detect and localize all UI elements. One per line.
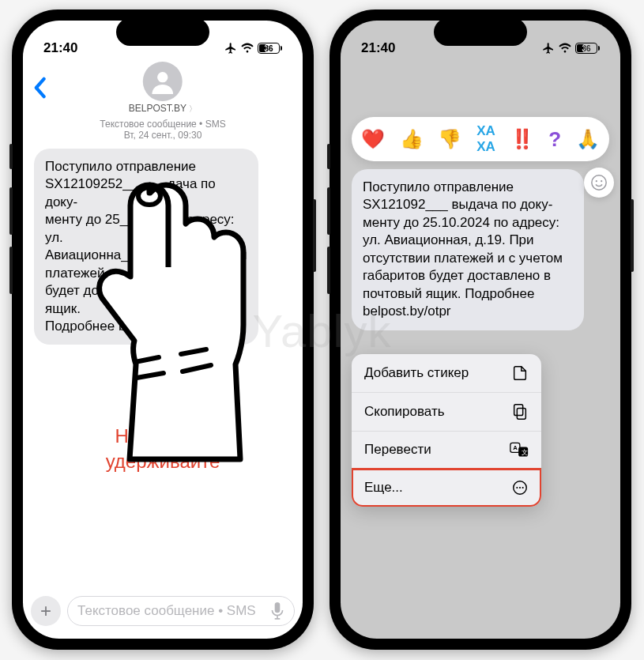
- menu-copy[interactable]: Скопировать: [352, 393, 541, 432]
- svg-point-9: [601, 180, 602, 182]
- input-placeholder: Текстовое сообщение • SMS: [77, 603, 256, 619]
- contact-name[interactable]: BELPOST.BY 〉: [129, 103, 198, 115]
- react-pray[interactable]: 🙏: [576, 128, 600, 150]
- person-icon: [150, 69, 175, 94]
- battery-icon: 36: [258, 43, 282, 54]
- svg-point-8: [596, 180, 597, 182]
- airplane-icon: [224, 42, 237, 55]
- translate-icon: A文: [510, 442, 529, 458]
- svg-point-7: [592, 175, 606, 190]
- airplane-icon: [542, 42, 555, 55]
- dynamic-island: [116, 18, 209, 46]
- attach-button[interactable]: +: [31, 596, 61, 626]
- mic-icon[interactable]: [270, 602, 284, 620]
- dynamic-island: [434, 18, 527, 46]
- svg-point-18: [519, 486, 521, 488]
- add-emoji-button[interactable]: [584, 168, 614, 198]
- phone-right: 21:40 36 ❤️ 👍 👎 XAXA ‼️ ? 🙏 Поступило от…: [330, 9, 631, 650]
- svg-point-19: [522, 486, 524, 488]
- react-question[interactable]: ?: [548, 127, 561, 152]
- svg-point-0: [157, 72, 168, 82]
- svg-rect-1: [275, 602, 281, 613]
- menu-add-sticker[interactable]: Добавить стикер: [352, 354, 541, 393]
- more-icon: [511, 479, 529, 496]
- react-thumbs-down[interactable]: 👎: [438, 128, 461, 150]
- message-input[interactable]: Текстовое сообщение • SMS: [67, 596, 295, 626]
- wifi-icon: [240, 43, 254, 54]
- react-haha[interactable]: XAXA: [476, 123, 495, 155]
- phone-left: 21:40 36 BELPOST.BY 〉 Текстовое сообщени…: [12, 9, 314, 650]
- menu-translate[interactable]: Перевести A文: [352, 432, 541, 469]
- smiley-icon: [590, 174, 608, 191]
- context-menu: Добавить стикер Скопировать Перевести A文…: [352, 354, 541, 507]
- svg-point-17: [516, 486, 518, 488]
- svg-rect-10: [517, 408, 525, 419]
- copy-icon: [511, 403, 529, 421]
- svg-text:A: A: [513, 444, 518, 451]
- tapback-bar: ❤️ 👍 👎 XAXA ‼️ ? 🙏: [352, 117, 609, 161]
- react-heart[interactable]: ❤️: [361, 128, 385, 150]
- message-bubble[interactable]: Поступило отправление SX121092___ выдача…: [352, 169, 584, 330]
- compose-bar: + Текстовое сообщение • SMS: [31, 596, 295, 626]
- hand-pointer-illustration: [80, 179, 254, 463]
- menu-more[interactable]: Еще...: [352, 469, 541, 507]
- react-thumbs-up[interactable]: 👍: [400, 128, 424, 150]
- svg-text:文: 文: [522, 449, 528, 456]
- wifi-icon: [558, 43, 572, 54]
- sticker-icon: [511, 364, 529, 382]
- svg-rect-11: [514, 404, 523, 415]
- message-meta: Текстовое сообщение • SMSВт, 24 сент., 0…: [31, 119, 295, 141]
- react-exclaim[interactable]: ‼️: [510, 128, 534, 150]
- battery-icon: 36: [575, 43, 600, 54]
- status-time: 21:40: [43, 40, 77, 56]
- nav-bar: BELPOST.BY 〉: [23, 63, 303, 112]
- back-button[interactable]: [32, 77, 47, 99]
- contact-avatar[interactable]: [143, 62, 183, 101]
- status-time: 21:40: [361, 40, 395, 56]
